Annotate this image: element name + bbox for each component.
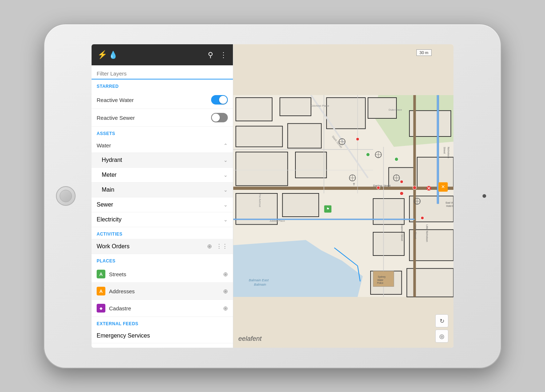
svg-rect-23: [373, 232, 404, 256]
svg-point-77: [395, 158, 398, 161]
svg-point-69: [413, 186, 416, 189]
svg-text:Duke Place: Duke Place: [389, 109, 402, 111]
reactive-sewer-label: Reactive Sewer: [97, 115, 135, 121]
cadastre-badge: ◆: [97, 304, 105, 313]
hydrant-chevron-icon: ⌄: [223, 157, 228, 163]
sewer-chevron-icon: ⌄: [223, 202, 228, 208]
svg-point-67: [400, 192, 403, 195]
addresses-item[interactable]: A Addresses ⊕: [92, 283, 233, 300]
svg-text:Sydney: Sydney: [378, 275, 386, 278]
meter-chevron-icon: ⌄: [223, 172, 228, 178]
svg-rect-8: [280, 98, 311, 116]
main-label: Main: [102, 187, 114, 193]
water-chevron-icon: ⌃: [223, 143, 228, 148]
map-panel[interactable]: Origlass Park Balmain East Balmain: [233, 44, 453, 348]
svg-rect-7: [236, 98, 272, 121]
meter-item[interactable]: Meter ⌄: [92, 168, 233, 183]
svg-text:⚑: ⚑: [326, 207, 330, 211]
svg-rect-9: [236, 126, 282, 147]
external-feeds-section-label: EXTERNAL FEEDS: [92, 317, 233, 328]
svg-text:Darling Street: Darling Street: [373, 184, 391, 187]
panel-header: ⚡ 💧 ⚲ ⋮: [92, 44, 233, 65]
reactive-sewer-toggle[interactable]: [211, 113, 228, 122]
svg-text:Union Street: Union Street: [414, 224, 417, 239]
activities-section-label: ACTIVITIES: [92, 227, 233, 239]
svg-text:Police: Police: [377, 282, 384, 284]
svg-rect-82: [373, 271, 394, 287]
header-icons: ⚲ ⋮: [208, 50, 227, 59]
menu-icon[interactable]: ⋮: [220, 50, 227, 59]
meter-label: Meter: [102, 172, 117, 178]
filter-icon[interactable]: ⊕: [207, 243, 212, 250]
svg-rect-19: [409, 196, 453, 222]
bolt-icon: ⚡: [97, 50, 107, 60]
main-chevron-icon: ⌄: [223, 187, 228, 193]
home-button[interactable]: [56, 186, 76, 206]
svg-point-76: [366, 153, 370, 156]
svg-point-65: [356, 138, 359, 141]
reactive-water-label: Reactive Water: [97, 97, 134, 103]
svg-text:Water: Water: [377, 279, 384, 281]
camera-dot: [483, 194, 486, 198]
water-item[interactable]: Water ⌃: [92, 138, 233, 153]
svg-rect-14: [295, 152, 327, 178]
work-orders-actions: ⊕ ⋮⋮: [207, 243, 228, 250]
svg-text:East Village: East Village: [446, 201, 453, 204]
filter-input[interactable]: [97, 69, 228, 79]
svg-text:The Avenue: The Avenue: [258, 193, 261, 207]
emergency-services-item[interactable]: Emergency Services: [92, 328, 233, 343]
panel-content: STARRED Reactive Water Reactive Sewer: [92, 79, 233, 348]
work-orders-item[interactable]: Work Orders ⊕ ⋮⋮: [92, 239, 233, 254]
svg-text:✝: ✝: [352, 182, 355, 186]
map-location-button[interactable]: ◎: [435, 330, 448, 343]
cadastre-filter-icon[interactable]: ⊕: [223, 305, 228, 312]
svg-text:Little Nicholson: Little Nicholson: [425, 224, 428, 242]
addresses-filter-icon[interactable]: ⊕: [223, 288, 228, 295]
streets-item[interactable]: A Streets ⊕: [92, 266, 233, 283]
svg-rect-13: [236, 152, 288, 186]
map-refresh-button[interactable]: ↻: [435, 314, 448, 327]
search-icon[interactable]: ⚲: [208, 50, 213, 59]
svg-rect-10: [288, 123, 322, 148]
cadastre-item[interactable]: ◆ Cadastre ⊕: [92, 300, 233, 317]
water-label: Water: [97, 142, 111, 148]
sewer-item[interactable]: Sewer ⌄: [92, 197, 233, 212]
svg-text:✕: ✕: [441, 184, 445, 189]
main-item[interactable]: Main ⌄: [92, 183, 233, 197]
electricity-item[interactable]: Electricity ⌄: [92, 212, 233, 227]
map-watermark: eelafent: [238, 335, 262, 343]
hydrant-item[interactable]: Hydrant ⌄: [92, 153, 233, 168]
hydrant-label: Hydrant: [102, 157, 122, 163]
svg-point-70: [421, 216, 424, 220]
elafent-e-icon: e: [238, 335, 242, 342]
streets-filter-icon[interactable]: ⊕: [223, 271, 228, 278]
assets-section-label: ASSETS: [92, 127, 233, 138]
grid-icon[interactable]: ⋮⋮: [216, 243, 228, 250]
svg-rect-12: [368, 98, 396, 118]
reactive-water-item[interactable]: Reactive Water: [92, 91, 233, 109]
electricity-chevron-icon: ⌄: [223, 217, 228, 222]
addresses-badge: A: [97, 287, 105, 295]
reactive-water-toggle[interactable]: [211, 95, 228, 105]
tablet-screen: ⚡ 💧 ⚲ ⋮ STARRED Reactive Water: [92, 44, 453, 348]
svg-text:Balmain East: Balmain East: [249, 278, 269, 282]
svg-point-66: [400, 180, 403, 184]
svg-rect-21: [373, 199, 404, 224]
app-logo: ⚡ 💧: [97, 50, 118, 60]
cadastre-label: Cadastre: [109, 305, 131, 311]
electricity-label: Electricity: [97, 216, 121, 223]
svg-text:Datchet Street: Datchet Street: [400, 224, 403, 241]
streets-badge: A: [97, 270, 105, 278]
svg-text:Gilchrist Place: Gilchrist Place: [311, 104, 329, 107]
svg-text:Nicholson: Nicholson: [447, 147, 450, 158]
left-panel: ⚡ 💧 ⚲ ⋮ STARRED Reactive Water: [92, 44, 233, 348]
svg-rect-16: [282, 193, 319, 217]
map-scale: 30 m: [416, 49, 432, 56]
svg-rect-11: [327, 98, 366, 129]
addresses-label: Addresses: [109, 288, 135, 294]
reactive-sewer-item[interactable]: Reactive Sewer: [92, 109, 233, 127]
svg-rect-18: [417, 157, 453, 188]
sewer-label: Sewer: [97, 201, 113, 208]
svg-rect-20: [389, 168, 415, 188]
streets-label: Streets: [109, 271, 126, 277]
